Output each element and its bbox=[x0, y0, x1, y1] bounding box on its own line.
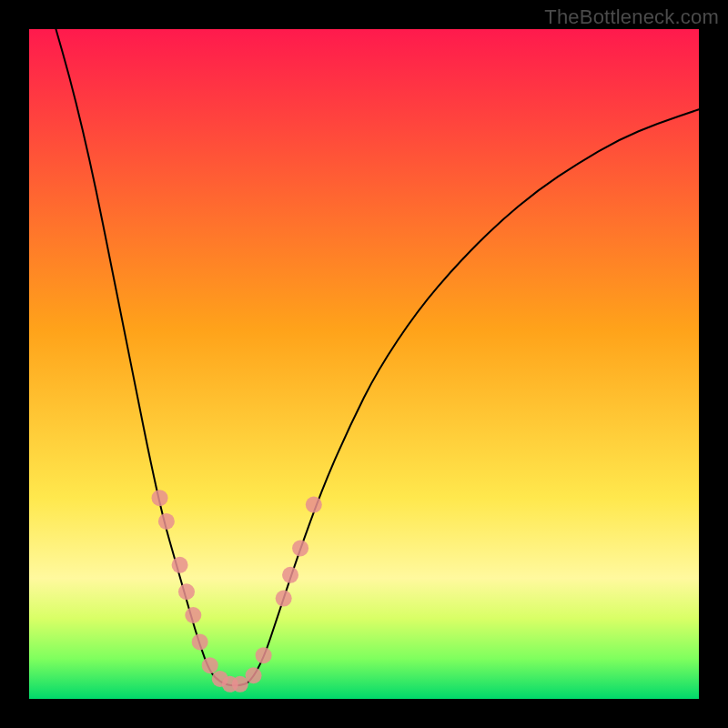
data-dot bbox=[246, 667, 262, 683]
data-dot bbox=[158, 513, 175, 530]
plot-background bbox=[29, 29, 699, 699]
watermark-label: TheBottleneck.com bbox=[544, 5, 719, 29]
data-dot bbox=[292, 540, 308, 556]
data-dot bbox=[276, 591, 292, 607]
data-dot bbox=[202, 657, 218, 673]
data-dot bbox=[256, 647, 272, 663]
data-dot bbox=[306, 497, 322, 513]
data-dot bbox=[192, 633, 208, 650]
data-dot bbox=[178, 583, 195, 600]
data-dot bbox=[232, 676, 248, 693]
chart-canvas bbox=[0, 0, 728, 728]
data-dot bbox=[185, 607, 201, 623]
chart-stage: TheBottleneck.com bbox=[0, 0, 728, 728]
data-dot bbox=[152, 490, 168, 506]
data-dot bbox=[282, 567, 298, 583]
data-dot bbox=[172, 557, 188, 573]
